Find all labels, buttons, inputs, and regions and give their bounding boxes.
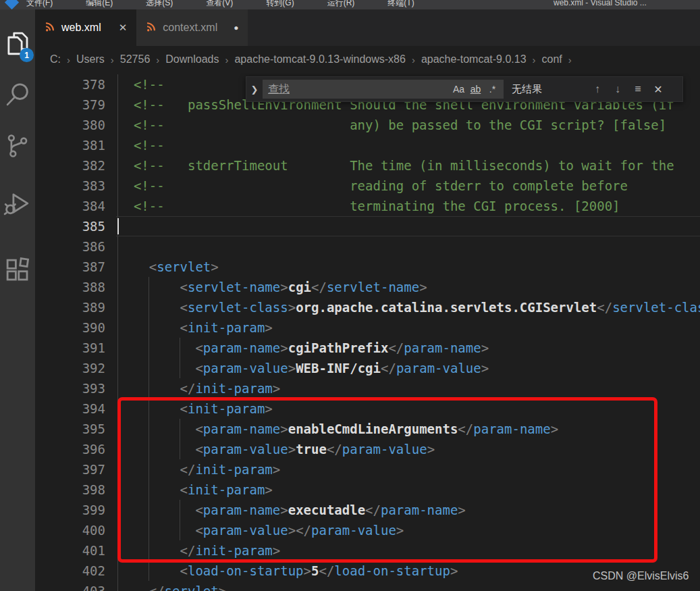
code-line[interactable]: 401 </init-param> [35,540,700,561]
find-input[interactable]: 查找 Aa ab .* [263,80,504,99]
breadcrumb-item[interactable]: conf [542,53,562,66]
line-number: 390 [35,317,116,338]
breadcrumb-separator-icon: › [225,54,228,66]
tab-context-xml[interactable]: context.xml ● [136,9,248,46]
line-number: 398 [35,480,116,500]
breadcrumb-item[interactable]: apache-tomcat-9.0.13-windows-x86 [234,53,405,66]
code-text: </init-param> [116,540,700,561]
tab-web-xml[interactable]: web.xml ✕ [35,9,136,46]
menu-item[interactable]: 终端(T) [387,0,414,9]
line-number: 401 [35,540,116,561]
line-number: 392 [35,358,116,378]
xml-file-icon [45,21,55,34]
code-text: <param-value>true</param-value> [116,439,700,459]
code-line[interactable]: 386 [35,236,700,257]
find-expand-chevron-icon[interactable]: ❯ [246,84,263,95]
menu-item[interactable]: 编辑(E) [86,0,113,9]
tab-close-icon[interactable]: ✕ [119,22,128,34]
code-line[interactable]: 384 <!-- terminating the CGI process. [2… [35,196,700,216]
code-line[interactable]: 393 </init-param> [35,378,700,399]
watermark: CSDN @ElvisElvis6 [593,570,689,582]
code-rows: 378 <!--379 <!-- passShellEnvironment Sh… [35,74,700,591]
line-number: 394 [35,399,116,419]
code-line[interactable]: 395 <param-name>enableCmdLineArguments</… [35,419,700,439]
code-text: <servlet> [116,257,700,277]
tab-label: context.xml [163,22,217,34]
code-text: <param-value></param-value> [116,520,700,540]
explorer-badge: 1 [20,48,34,62]
code-line[interactable]: 381 <!-- [35,135,700,155]
line-number: 383 [35,176,116,196]
code-line[interactable]: 385 [35,216,700,236]
code-line[interactable]: 398 <init-param> [35,480,700,500]
breadcrumb-item[interactable]: apache-tomcat-9.0.13 [421,53,527,66]
code-line[interactable]: 396 <param-value>true</param-value> [35,439,700,459]
whole-word-button[interactable]: ab [467,84,484,95]
editor-group: web.xml ✕ context.xml ● C:›Users›52756›D… [35,9,700,591]
breadcrumb-separator-icon: › [533,54,536,66]
line-number: 402 [35,561,116,581]
line-number: 395 [35,419,116,439]
breadcrumb-separator-icon: › [111,54,114,66]
breadcrumb: C:›Users›52756›Downloads›apache-tomcat-9… [35,46,700,73]
code-line[interactable]: 400 <param-value></param-value> [35,520,700,540]
breadcrumb-item[interactable]: Downloads [165,53,219,66]
breadcrumb-separator-icon: › [156,54,159,66]
source-control-icon[interactable] [0,128,35,163]
run-debug-icon[interactable] [0,186,35,222]
code-text: <!-- stderrTimeout The time (in millisec… [116,155,700,176]
code-text [116,236,700,257]
find-in-selection-button[interactable]: ≡ [628,83,648,95]
find-next-button[interactable]: ↓ [608,83,628,95]
line-number: 378 [35,74,116,95]
code-text: <!-- [116,135,700,155]
find-close-button[interactable]: ✕ [648,83,668,96]
code-text: <init-param> [116,317,700,338]
code-line[interactable]: 383 <!-- reading of stderr to complete b… [35,176,700,196]
line-number: 397 [35,459,116,480]
code-line[interactable]: 390 <init-param> [35,317,700,338]
search-icon[interactable] [0,77,35,112]
code-line[interactable]: 397 </init-param> [35,459,700,480]
explorer-icon[interactable]: 1 [0,26,35,61]
menu-item[interactable]: 文件(F) [26,0,53,9]
find-previous-button[interactable]: ↑ [587,83,608,95]
breadcrumb-item[interactable]: Users [76,53,105,66]
line-number: 382 [35,155,116,176]
code-line[interactable]: 392 <param-value>WEB-INF/cgi</param-valu… [35,358,700,378]
line-number: 385 [35,216,116,236]
code-text: <servlet-name>cgi</servlet-name> [116,277,700,297]
menu-item[interactable]: 运行(R) [327,0,355,9]
breadcrumb-separator-icon: › [67,54,70,66]
code-line[interactable]: 388 <servlet-name>cgi</servlet-name> [35,277,700,297]
code-line[interactable]: 387 <servlet> [35,257,700,277]
code-text: <!-- any) be passed to the CGI script? [… [116,115,700,135]
breadcrumb-item[interactable]: C: [50,53,61,66]
code-line[interactable]: 380 <!-- any) be passed to the CGI scrip… [35,115,700,135]
menu-item[interactable]: 查看(V) [206,0,233,9]
code-editor[interactable]: 378 <!--379 <!-- passShellEnvironment Sh… [35,73,700,591]
code-line[interactable]: 391 <param-name>cgiPathPrefix</param-nam… [35,338,700,358]
find-widget[interactable]: ❯ 查找 Aa ab .* 无结果 ↑ ↓ ≡ ✕ [246,76,683,102]
extensions-icon[interactable] [0,253,35,288]
menu-item[interactable]: 选择(S) [146,0,173,9]
code-text: </init-param> [116,459,700,480]
code-text [116,216,700,236]
code-line[interactable]: 403 </servlet> [35,581,700,591]
line-number: 387 [35,257,116,277]
menu-item[interactable]: 转到(G) [266,0,294,9]
modified-dot-icon[interactable]: ● [234,23,238,32]
xml-file-icon [146,21,157,34]
regex-button[interactable]: .* [484,84,501,95]
code-line[interactable]: 399 <param-name>executadle</param-name> [35,500,700,520]
line-number: 400 [35,520,116,540]
code-line[interactable]: 389 <servlet-class>org.apache.catalina.s… [35,297,700,317]
breadcrumb-item[interactable]: 52756 [120,53,151,66]
code-line[interactable]: 382 <!-- stderrTimeout The time (in mill… [35,155,700,176]
vscode-window: 文件(F)编辑(E)选择(S)查看(V)转到(G)运行(R)终端(T) web.… [0,0,700,591]
line-number: 391 [35,338,116,358]
code-line[interactable]: 394 <init-param> [35,399,700,419]
code-text: <param-name>enableCmdLineArguments</para… [116,419,700,439]
code-text: <param-name>cgiPathPrefix</param-name> [116,338,700,358]
match-case-button[interactable]: Aa [450,84,467,95]
